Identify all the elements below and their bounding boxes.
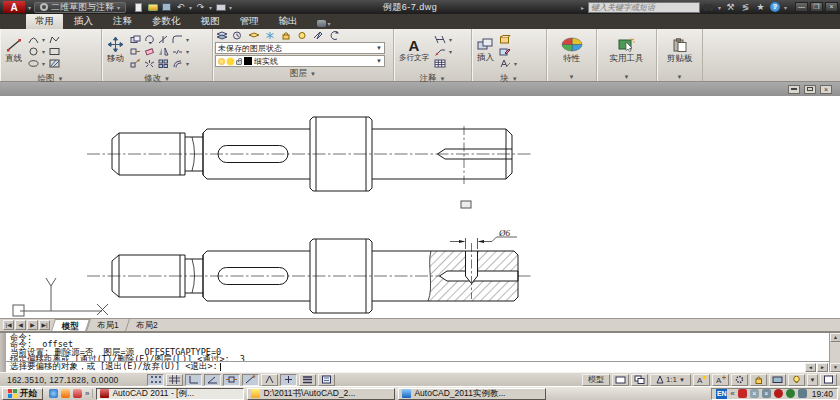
hardware-accel-icon[interactable] <box>769 374 786 386</box>
workspace-switcher[interactable]: 二维草图与注释 ▾ <box>34 2 126 13</box>
tray-network-error-icon[interactable]: × <box>750 389 759 398</box>
clean-screen-icon[interactable] <box>820 374 837 386</box>
panel-block-label[interactable]: 块▼ <box>472 73 546 84</box>
qat-customize-caret-icon[interactable]: ▾ <box>229 4 232 11</box>
scroll-down-icon[interactable]: ▼ <box>830 363 840 372</box>
layer-state-icon[interactable] <box>231 30 245 41</box>
osnap-toggle[interactable] <box>223 374 240 386</box>
tray-antivirus-icon[interactable] <box>774 389 783 398</box>
layer-state-dropdown[interactable]: 未保存的图层状态 ▼ <box>215 42 385 54</box>
layer-freeze-icon[interactable] <box>263 30 277 41</box>
taskbar-task-document[interactable]: AutoCAD_2011实例教... <box>398 388 546 400</box>
exchange-icon[interactable]: ≶ <box>740 2 751 12</box>
panel-draw-label[interactable]: 绘图▼ <box>0 73 101 84</box>
scroll-up-icon[interactable]: ▲ <box>830 333 840 342</box>
tray-display-icon[interactable] <box>798 389 807 398</box>
arc-caret-icon[interactable]: ▾ <box>40 36 47 43</box>
create-block-icon[interactable] <box>498 34 512 45</box>
undo-caret-icon[interactable]: ▾ <box>189 4 192 11</box>
dimension-icon[interactable] <box>433 34 447 45</box>
command-scrollbar[interactable]: ▲ ▼ <box>829 333 840 372</box>
circle-caret-icon[interactable]: ▾ <box>40 48 47 55</box>
scale-icon[interactable] <box>128 58 142 69</box>
panel-annotate-label[interactable]: 注释▼ <box>394 73 471 84</box>
search-caret-icon[interactable]: ▾ <box>718 4 721 11</box>
offset-icon[interactable] <box>170 58 184 69</box>
layer-dropdown[interactable]: 细实线 ▼ <box>215 55 385 67</box>
panel-modify-label[interactable]: 修改▼ <box>102 73 212 84</box>
layer-lock-icon[interactable] <box>279 30 293 41</box>
ellipse-icon[interactable] <box>26 58 40 69</box>
quick-launch-explorer-icon[interactable] <box>61 389 70 398</box>
app-menu-caret-icon[interactable]: ▾ <box>28 4 31 11</box>
move-button[interactable]: 移动 <box>105 31 126 71</box>
ducs-toggle[interactable] <box>261 374 278 386</box>
copy-icon[interactable] <box>128 34 142 45</box>
help-search-box[interactable] <box>588 2 700 13</box>
toolbar-lock-icon[interactable] <box>750 374 767 386</box>
tab-parametric[interactable]: 参数化 <box>143 13 190 29</box>
tray-clock[interactable]: 19:40 <box>810 389 833 399</box>
block-attr-caret-icon[interactable]: ▾ <box>512 60 519 67</box>
favorites-star-icon[interactable]: ★ <box>755 2 766 12</box>
erase-icon[interactable] <box>142 46 156 57</box>
dimension-caret-icon[interactable]: ▾ <box>447 36 454 43</box>
snap-toggle[interactable] <box>147 374 164 386</box>
insert-block-button[interactable]: 插入 <box>475 31 496 71</box>
dyn-toggle[interactable] <box>280 374 297 386</box>
save-file-icon[interactable] <box>161 2 172 12</box>
panel-layers-label[interactable]: 图层▼ <box>213 68 393 79</box>
command-window[interactable]: 命令:命令: offset当前设置: 删除源=否 图层=源 OFFSETGAPT… <box>0 331 840 372</box>
quick-launch-desktop-icon[interactable] <box>49 389 58 398</box>
hatch-icon[interactable] <box>47 58 61 69</box>
layer-off-icon[interactable] <box>295 30 309 41</box>
minimize-button[interactable]: — <box>795 2 808 12</box>
trim-icon[interactable] <box>156 34 170 45</box>
annotation-autoscale-icon[interactable]: A <box>712 374 729 386</box>
annotation-visibility-icon[interactable]: A <box>693 374 710 386</box>
open-file-icon[interactable] <box>147 2 158 12</box>
layer-match-icon[interactable] <box>311 30 325 41</box>
modify-caret-2-icon[interactable]: ▾ <box>184 48 191 55</box>
layer-prev-icon[interactable] <box>327 30 341 41</box>
status-menu-caret-icon[interactable]: ▼ <box>807 374 818 386</box>
undo-icon[interactable]: ↶ <box>175 2 186 12</box>
tray-collapse-icon[interactable]: « <box>730 389 734 398</box>
start-button[interactable]: 开始 <box>2 388 43 400</box>
isolate-objects-bulb-icon[interactable] <box>788 374 805 386</box>
search-input[interactable] <box>591 3 697 12</box>
tab-manage[interactable]: 管理 <box>231 13 268 29</box>
layer-isolate-icon[interactable] <box>247 30 261 41</box>
doc-restore-icon[interactable] <box>804 85 816 94</box>
shaft-drawing-canvas[interactable]: Ø6 <box>0 96 840 318</box>
clipboard-button[interactable]: 剪贴板 <box>665 31 695 71</box>
subscription-wrench-icon[interactable]: ⚒ <box>725 2 736 12</box>
lwt-toggle[interactable] <box>299 374 316 386</box>
cmd-scroll-left-icon[interactable]: ◀ <box>805 363 816 372</box>
coordinates-readout[interactable]: 162.3510, 127.1828, 0.0000 <box>3 375 145 385</box>
fillet-icon[interactable] <box>170 34 184 45</box>
block-attribute-icon[interactable] <box>498 58 512 69</box>
command-input-line[interactable]: 选择要偏移的对象，或 [退出(E)/放弃(U)] <退出>: ◀ ▶ <box>6 361 829 372</box>
ellipse-caret-icon[interactable]: ▾ <box>40 60 47 67</box>
command-history[interactable]: 命令:命令: offset当前设置: 删除源=否 图层=源 OFFSETGAPT… <box>6 333 829 361</box>
table-icon[interactable] <box>433 58 447 69</box>
line-button[interactable]: 直线 <box>3 31 24 71</box>
modify-caret-1-icon[interactable]: ▾ <box>184 36 191 43</box>
utilities-button[interactable]: 实用工具 <box>608 31 646 71</box>
doc-close-icon[interactable]: × <box>820 85 832 94</box>
rotate-icon[interactable] <box>142 34 156 45</box>
help-icon[interactable]: ? <box>770 2 780 12</box>
rectangle-icon[interactable] <box>47 46 61 57</box>
tab-layout2[interactable]: 布局2 <box>125 319 168 331</box>
workspace-switch-gear-icon[interactable] <box>731 374 748 386</box>
restore-button[interactable]: ❐ <box>810 2 823 12</box>
panel-properties-label[interactable]: ▼ <box>547 73 596 81</box>
doc-minimize-icon[interactable] <box>788 85 800 94</box>
tab-view[interactable]: 视图 <box>192 13 229 29</box>
first-tab-icon[interactable]: |◀ <box>3 320 14 330</box>
layer-properties-icon[interactable] <box>215 30 229 41</box>
circle-icon[interactable] <box>26 46 40 57</box>
properties-button[interactable]: 特性 <box>559 31 585 71</box>
language-indicator[interactable]: EN <box>716 389 727 399</box>
